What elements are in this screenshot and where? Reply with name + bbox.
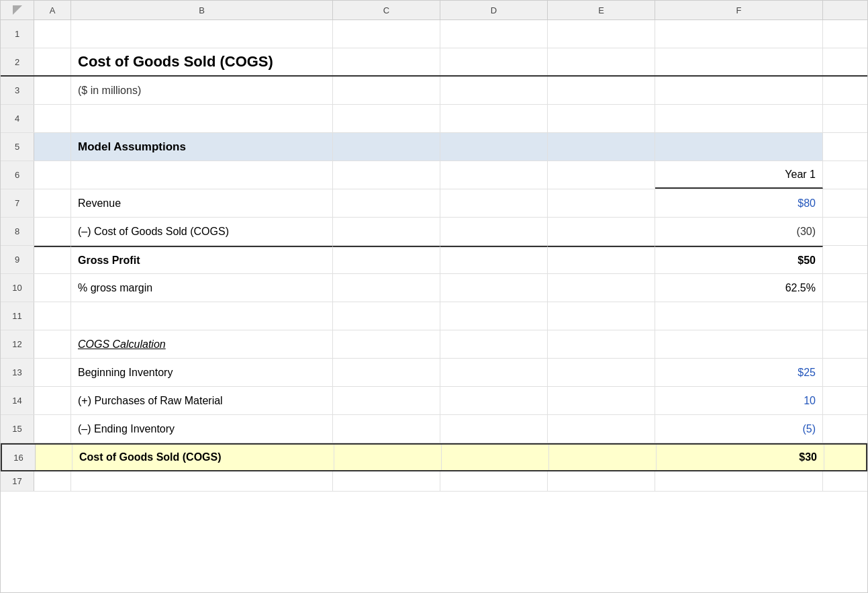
cell-1c[interactable]: [333, 20, 440, 48]
cell-3b[interactable]: ($ in millions): [71, 77, 333, 104]
cell-3c[interactable]: [333, 77, 440, 104]
cell-17f[interactable]: [655, 471, 823, 491]
cell-11b[interactable]: [71, 302, 333, 330]
cell-13a[interactable]: [34, 359, 71, 386]
cell-3f[interactable]: [655, 77, 823, 104]
cell-17c[interactable]: [333, 471, 440, 491]
cell-14f[interactable]: 10: [655, 387, 823, 414]
cell-6a[interactable]: [34, 161, 71, 189]
cell-11d[interactable]: [440, 302, 548, 330]
cell-6e[interactable]: [548, 161, 655, 189]
cell-15d[interactable]: [440, 415, 548, 443]
cell-12e[interactable]: [548, 330, 655, 358]
cell-14b[interactable]: (+) Purchases of Raw Material: [71, 387, 333, 414]
cell-17b[interactable]: [71, 471, 333, 491]
cell-13f[interactable]: $25: [655, 359, 823, 386]
cell-6b[interactable]: [71, 161, 333, 189]
cell-1e[interactable]: [548, 20, 655, 48]
cell-12b[interactable]: COGS Calculation: [71, 330, 333, 358]
cell-9b[interactable]: Gross Profit: [71, 246, 333, 273]
cell-12c[interactable]: [333, 330, 440, 358]
cell-6d[interactable]: [440, 161, 548, 189]
cell-4e[interactable]: [548, 105, 655, 132]
cell-4c[interactable]: [333, 105, 440, 132]
cell-8c[interactable]: [333, 218, 440, 245]
cell-5a[interactable]: [34, 133, 71, 161]
cell-3a[interactable]: [34, 77, 71, 104]
cell-14c[interactable]: [333, 387, 440, 414]
cell-15a[interactable]: [34, 415, 71, 443]
cell-14e[interactable]: [548, 387, 655, 414]
cell-9d[interactable]: [440, 246, 548, 273]
cell-4d[interactable]: [440, 105, 548, 132]
cell-7e[interactable]: [548, 189, 655, 217]
cell-8d[interactable]: [440, 218, 548, 245]
cell-5e[interactable]: [548, 133, 655, 161]
cell-2d[interactable]: [440, 48, 548, 75]
cell-7f[interactable]: $80: [655, 189, 823, 217]
cell-6f[interactable]: Year 1: [655, 161, 823, 189]
cell-16f[interactable]: $30: [657, 445, 824, 470]
cell-13c[interactable]: [333, 359, 440, 386]
cell-13e[interactable]: [548, 359, 655, 386]
cell-13d[interactable]: [440, 359, 548, 386]
cell-10d[interactable]: [440, 274, 548, 302]
cell-17e[interactable]: [548, 471, 655, 491]
cell-7d[interactable]: [440, 189, 548, 217]
cell-3d[interactable]: [440, 77, 548, 104]
cell-1d[interactable]: [440, 20, 548, 48]
cell-13b[interactable]: Beginning Inventory: [71, 359, 333, 386]
cell-16d[interactable]: [442, 445, 549, 470]
cell-10b[interactable]: % gross margin: [71, 274, 333, 302]
cell-11e[interactable]: [548, 302, 655, 330]
cell-4b[interactable]: [71, 105, 333, 132]
cell-1f[interactable]: [655, 20, 823, 48]
cell-11f[interactable]: [655, 302, 823, 330]
cell-15f[interactable]: (5): [655, 415, 823, 443]
cell-10f[interactable]: 62.5%: [655, 274, 823, 302]
cell-15b[interactable]: (–) Ending Inventory: [71, 415, 333, 443]
cell-12d[interactable]: [440, 330, 548, 358]
cell-3e[interactable]: [548, 77, 655, 104]
cell-7c[interactable]: [333, 189, 440, 217]
cell-6c[interactable]: [333, 161, 440, 189]
cell-4a[interactable]: [34, 105, 71, 132]
cell-10a[interactable]: [34, 274, 71, 302]
cell-8b[interactable]: (–) Cost of Goods Sold (COGS): [71, 218, 333, 245]
cell-5b[interactable]: Model Assumptions: [71, 133, 333, 161]
cell-9f[interactable]: $50: [655, 246, 823, 273]
cell-16e[interactable]: [549, 445, 657, 470]
cell-14d[interactable]: [440, 387, 548, 414]
cell-9a[interactable]: [34, 246, 71, 273]
cell-2a[interactable]: [34, 48, 71, 75]
cell-5d[interactable]: [440, 133, 548, 161]
cell-15e[interactable]: [548, 415, 655, 443]
cell-2e[interactable]: [548, 48, 655, 75]
cell-15c[interactable]: [333, 415, 440, 443]
cell-9e[interactable]: [548, 246, 655, 273]
cell-16b[interactable]: Cost of Goods Sold (COGS): [73, 445, 334, 470]
cell-12f[interactable]: [655, 330, 823, 358]
cell-4f[interactable]: [655, 105, 823, 132]
cell-17d[interactable]: [440, 471, 548, 491]
cell-5f[interactable]: [655, 133, 823, 161]
cell-12a[interactable]: [34, 330, 71, 358]
cell-2f[interactable]: [655, 48, 823, 75]
cell-8e[interactable]: [548, 218, 655, 245]
cell-9c[interactable]: [333, 246, 440, 273]
cell-11c[interactable]: [333, 302, 440, 330]
cell-1b[interactable]: [71, 20, 333, 48]
cell-8f[interactable]: (30): [655, 218, 823, 245]
cell-14a[interactable]: [34, 387, 71, 414]
cell-1a[interactable]: [34, 20, 71, 48]
cell-5c[interactable]: [333, 133, 440, 161]
cell-10e[interactable]: [548, 274, 655, 302]
cell-2b[interactable]: Cost of Goods Sold (COGS): [71, 48, 333, 75]
cell-17a[interactable]: [34, 471, 71, 491]
cell-2c[interactable]: [333, 48, 440, 75]
cell-16c[interactable]: [334, 445, 442, 470]
cell-7b[interactable]: Revenue: [71, 189, 333, 217]
cell-7a[interactable]: [34, 189, 71, 217]
cell-10c[interactable]: [333, 274, 440, 302]
cell-16a[interactable]: [36, 445, 73, 470]
